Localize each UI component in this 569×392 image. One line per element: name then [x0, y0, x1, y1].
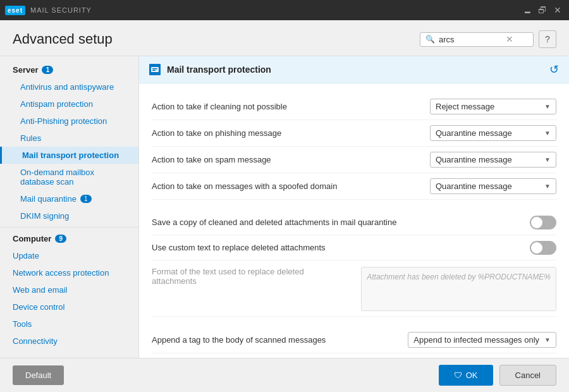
setting-row-action-spam: Action to take on spam message Quarantin… [152, 147, 556, 173]
close-button[interactable]: ✕ [551, 4, 564, 16]
sidebar-item-ondemand[interactable]: On-demand mailbox database scan [0, 164, 138, 190]
sidebar-label-device-control: Device control [13, 302, 64, 312]
dropdown-arrow-append-tag: ▼ [544, 336, 551, 343]
setting-row-save-copy: Save a copy of cleaned and deleted attac… [152, 210, 556, 235]
footer-left: Default [13, 365, 64, 385]
sidebar-item-tools[interactable]: Tools [0, 315, 138, 333]
ok-icon: 🛡 [454, 371, 462, 380]
sidebar-label-ondemand: On-demand mailbox database scan [20, 168, 128, 187]
window-controls: 🗕 🗗 ✕ [521, 4, 564, 16]
page-title: Advanced setup [13, 31, 113, 47]
spacer-1 [152, 200, 556, 210]
footer-right: 🛡 OK Cancel [439, 365, 556, 386]
sidebar-label-update: Update [13, 251, 39, 260]
default-button[interactable]: Default [13, 365, 64, 385]
toggle-custom-text[interactable] [530, 241, 556, 255]
sidebar-item-nap[interactable]: Network access protection [0, 264, 138, 281]
sidebar-label-nap: Network access protection [13, 268, 109, 278]
setting-row-append-tag: Append a tag to the body of scanned mess… [152, 327, 556, 353]
sidebar-badge-mail-quarantine: 1 [80, 195, 92, 203]
textarea-format-text[interactable]: Attachment has been deleted by %PRODUCTN… [361, 267, 556, 311]
sidebar-label-tools: Tools [13, 319, 32, 329]
setting-row-format-text: Format of the text used to replace delet… [152, 260, 556, 317]
svg-rect-0 [151, 67, 159, 72]
sidebar-item-update[interactable]: Update [0, 247, 138, 264]
sidebar-label-mail-quarantine: Mail quarantine [20, 194, 76, 204]
label-format-text: Format of the text used to replace delet… [152, 267, 361, 286]
settings-area: Action to take if cleaning not possible … [139, 83, 569, 358]
sidebar-item-mail-transport[interactable]: Mail transport protection [0, 147, 138, 164]
search-clear-icon[interactable]: ✕ [506, 35, 513, 44]
sidebar-label-connectivity: Connectivity [13, 336, 58, 346]
dropdown-arrow-spoofed: ▼ [544, 183, 551, 190]
dropdown-action-cleaning[interactable]: Reject message ▼ [430, 99, 556, 114]
title-bar: eset MAIL SECURITY 🗕 🗗 ✕ [0, 0, 569, 20]
ok-label: OK [466, 371, 478, 380]
sidebar-label-antispam: Antispam protection [20, 99, 93, 109]
dropdown-action-spam[interactable]: Quarantine message ▼ [430, 152, 556, 168]
sidebar-badge-server: 1 [42, 66, 53, 74]
sidebar-item-antispam[interactable]: Antispam protection [0, 95, 138, 113]
sidebar-item-connectivity[interactable]: Connectivity [0, 333, 138, 350]
label-action-spam: Action to take on spam message [152, 155, 430, 164]
dropdown-action-phishing[interactable]: Quarantine message ▼ [430, 125, 556, 141]
cancel-button[interactable]: Cancel [499, 365, 556, 386]
sidebar-label-antiphishing: Anti-Phishing protection [20, 116, 107, 126]
minimize-button[interactable]: 🗕 [521, 4, 534, 16]
toggle-save-copy[interactable] [530, 216, 556, 230]
sidebar: Server 1 Antivirus and antispyware Antis… [0, 56, 139, 358]
dropdown-append-tag[interactable]: Append to infected messages only ▼ [408, 332, 556, 348]
sidebar-item-device-control[interactable]: Device control [0, 298, 138, 315]
sidebar-item-mail-quarantine[interactable]: Mail quarantine 1 [0, 190, 138, 207]
help-button[interactable]: ? [539, 30, 556, 48]
label-append-tag: Append a tag to the body of scanned mess… [152, 335, 408, 345]
restore-button[interactable]: 🗗 [536, 4, 549, 16]
dropdown-value-action-spoofed: Quarantine message [436, 181, 512, 191]
section-header-bar: Mail transport protection ↺ [139, 56, 569, 83]
main-content: Mail transport protection ↺ Action to ta… [139, 56, 569, 358]
dropdown-value-action-cleaning: Reject message [436, 102, 494, 111]
dropdown-arrow-phishing: ▼ [544, 130, 551, 137]
setting-row-action-phishing: Action to take on phishing message Quara… [152, 120, 556, 147]
sidebar-item-antivirus[interactable]: Antivirus and antispyware [0, 78, 138, 95]
dropdown-arrow-cleaning: ▼ [544, 103, 551, 110]
setting-row-custom-text: Use custom text to replace deleted attac… [152, 235, 556, 260]
sidebar-label-antivirus: Antivirus and antispyware [20, 82, 114, 92]
body: Server 1 Antivirus and antispyware Antis… [0, 56, 569, 358]
dropdown-arrow-spam: ▼ [544, 156, 551, 163]
app-logo: eset [5, 6, 25, 15]
setting-row-action-spoofed: Action to take on messages with a spoofe… [152, 173, 556, 200]
label-action-cleaning: Action to take if cleaning not possible [152, 102, 430, 111]
dropdown-action-spoofed[interactable]: Quarantine message ▼ [430, 178, 556, 194]
label-save-copy: Save a copy of cleaned and deleted attac… [152, 217, 530, 227]
sidebar-item-dkim[interactable]: DKIM signing [0, 207, 138, 224]
sidebar-label-mail-transport: Mail transport protection [22, 150, 119, 160]
dropdown-value-action-phishing: Quarantine message [436, 128, 512, 138]
label-action-phishing: Action to take on phishing message [152, 128, 430, 138]
ok-button[interactable]: 🛡 OK [439, 365, 493, 386]
sidebar-item-antiphishing[interactable]: Anti-Phishing protection [0, 113, 138, 130]
header-right: 🔍 ✕ ? [420, 30, 556, 48]
main-window: Advanced setup 🔍 ✕ ? Server 1 Antivirus … [0, 20, 569, 392]
section-title: Mail transport protection [167, 64, 271, 75]
search-input[interactable] [439, 35, 502, 44]
sidebar-label-rules: Rules [20, 133, 41, 143]
svg-rect-1 [152, 68, 157, 70]
app-name: MAIL SECURITY [30, 6, 92, 14]
sidebar-item-server[interactable]: Server 1 [0, 61, 138, 78]
sidebar-label-computer: Computer [13, 234, 51, 243]
label-action-spoofed: Action to take on messages with a spoofe… [152, 181, 430, 191]
spacer-2 [152, 317, 556, 327]
dropdown-value-append-tag: Append to infected messages only [413, 335, 539, 345]
sidebar-item-rules[interactable]: Rules [0, 130, 138, 147]
footer: Default 🛡 OK Cancel [0, 358, 569, 392]
search-icon: 🔍 [425, 35, 435, 44]
setting-row-action-cleaning: Action to take if cleaning not possible … [152, 94, 556, 120]
refresh-button[interactable]: ↺ [549, 63, 559, 77]
sidebar-badge-computer: 9 [55, 235, 66, 243]
sidebar-item-web-email[interactable]: Web and email [0, 281, 138, 298]
sidebar-label-server: Server [13, 65, 38, 75]
sidebar-item-computer[interactable]: Computer 9 [0, 230, 138, 247]
section-icon [149, 64, 161, 75]
search-box[interactable]: 🔍 ✕ [420, 32, 534, 47]
